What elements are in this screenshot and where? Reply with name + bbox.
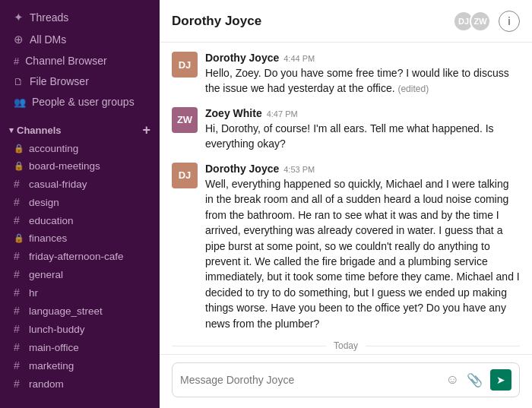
channel-item-accounting[interactable]: 🔒accounting bbox=[5, 140, 155, 157]
message-row: DJ Dorothy Joyce 4:53 PM Well, everythin… bbox=[172, 163, 520, 331]
channel-item-friday-afternoon-cafe[interactable]: #friday-afternoon-cafe bbox=[5, 247, 155, 265]
channel-label: design bbox=[29, 197, 59, 208]
input-toolbar: ☺ 📎 ➤ bbox=[446, 369, 511, 391]
channel-item-marketing[interactable]: #marketing bbox=[5, 356, 155, 375]
attachment-button[interactable]: 📎 bbox=[467, 372, 483, 388]
channel-item-hr[interactable]: #hr bbox=[5, 283, 155, 302]
message-row: DJ Dorothy Joyce 4:44 PM Hello, Zoey. Do… bbox=[172, 52, 520, 96]
channel-icon: # bbox=[14, 378, 24, 390]
sidebar-item-threads-label: Threads bbox=[30, 11, 68, 24]
channel-item-language_street[interactable]: #language_street bbox=[5, 302, 155, 320]
channel-icon: # bbox=[14, 196, 24, 208]
channel-icon: # bbox=[14, 250, 24, 262]
channel-label: marketing bbox=[29, 360, 74, 372]
message-meta: Dorothy Joyce 4:44 PM bbox=[205, 52, 520, 64]
today-divider: Today bbox=[172, 340, 520, 351]
message-avatar: DJ bbox=[172, 52, 198, 77]
all-dms-icon: ⊕ bbox=[14, 33, 24, 46]
channel-icon: # bbox=[14, 305, 24, 317]
input-area: ☺ 📎 ➤ bbox=[160, 354, 532, 408]
channel-icon: 🔒 bbox=[14, 144, 24, 153]
message-author: Dorothy Joyce bbox=[205, 52, 279, 64]
channel-icon: # bbox=[14, 214, 24, 226]
channel-item-main-office[interactable]: #main-office bbox=[5, 338, 155, 356]
today-label: Today bbox=[334, 340, 358, 351]
sidebar-item-file-browser[interactable]: 🗋 File Browser bbox=[5, 71, 155, 91]
message-input-box: ☺ 📎 ➤ bbox=[172, 362, 520, 397]
sidebar-item-all-dms-label: All DMs bbox=[30, 33, 66, 46]
channel-label: friday-afternoon-cafe bbox=[29, 251, 124, 262]
message-time: 4:47 PM bbox=[267, 109, 298, 119]
add-channel-button[interactable]: + bbox=[142, 123, 150, 137]
channel-item-general[interactable]: #general bbox=[5, 265, 155, 283]
sidebar-item-channel-browser-label: Channel Browser bbox=[25, 55, 106, 67]
main-panel: Dorothy Joyce DJ ZW i DJ Dorothy Joyce 4… bbox=[160, 0, 532, 408]
message-avatar: ZW bbox=[172, 107, 198, 133]
channel-label: education bbox=[29, 215, 74, 226]
send-button[interactable]: ➤ bbox=[490, 369, 511, 391]
channel-label: board-meetings bbox=[29, 160, 100, 172]
sidebar-item-people-user-groups[interactable]: 👥 People & user groups bbox=[5, 92, 155, 112]
channel-label: main-office bbox=[29, 342, 79, 353]
channel-item-lunch-buddy[interactable]: #lunch-buddy bbox=[5, 320, 155, 338]
sidebar-item-file-browser-label: File Browser bbox=[30, 75, 89, 87]
channel-icon: # bbox=[14, 341, 24, 353]
file-browser-icon: 🗋 bbox=[14, 76, 24, 87]
channel-item-random[interactable]: #random bbox=[5, 375, 155, 393]
messages-area: DJ Dorothy Joyce 4:44 PM Hello, Zoey. Do… bbox=[160, 43, 532, 337]
channel-label: general bbox=[29, 269, 63, 280]
channel-label: finances bbox=[29, 232, 67, 244]
info-button[interactable]: i bbox=[499, 11, 520, 32]
channel-label: random bbox=[29, 378, 64, 390]
channel-label: hr bbox=[29, 287, 38, 299]
channel-item-board-meetings[interactable]: 🔒board-meetings bbox=[5, 157, 155, 175]
message-author: Zoey White bbox=[205, 107, 262, 119]
message-text: Hi, Dorothy, of course! I'm all ears. Te… bbox=[205, 121, 520, 152]
chat-header: Dorothy Joyce DJ ZW i bbox=[160, 0, 532, 43]
message-content: Dorothy Joyce 4:53 PM Well, everything h… bbox=[205, 163, 520, 331]
chat-title: Dorothy Joyce bbox=[172, 14, 261, 29]
people-icon: 👥 bbox=[14, 96, 26, 108]
threads-icon: ✦ bbox=[14, 11, 24, 24]
message-meta: Zoey White 4:47 PM bbox=[205, 107, 520, 119]
emoji-button[interactable]: ☺ bbox=[446, 372, 459, 387]
channel-label: casual-friday bbox=[29, 179, 87, 190]
message-time: 4:44 PM bbox=[283, 54, 315, 63]
sidebar-item-threads[interactable]: ✦ Threads bbox=[5, 7, 155, 28]
avatar-stack: DJ ZW bbox=[453, 11, 491, 32]
channel-label: lunch-buddy bbox=[29, 324, 85, 335]
channel-browser-icon: # bbox=[14, 55, 19, 67]
message-input[interactable] bbox=[180, 374, 440, 386]
message-meta: Dorothy Joyce 4:53 PM bbox=[205, 163, 520, 175]
chevron-icon: ▾ bbox=[9, 125, 14, 135]
message-text: Hello, Zoey. Do you have some free time?… bbox=[205, 65, 520, 96]
channel-label: language_street bbox=[29, 305, 103, 317]
message-avatar: DJ bbox=[172, 163, 198, 188]
channels-label: Channels bbox=[17, 125, 62, 136]
channels-section-header: ▾ Channels + bbox=[0, 112, 160, 140]
channel-item-finances[interactable]: 🔒finances bbox=[5, 229, 155, 247]
channel-icon: # bbox=[14, 268, 24, 280]
channel-icon: # bbox=[14, 286, 24, 299]
sidebar-item-people-user-groups-label: People & user groups bbox=[32, 96, 135, 108]
message-author: Dorothy Joyce bbox=[205, 163, 279, 175]
channels-collapse-btn[interactable]: ▾ Channels bbox=[9, 125, 62, 136]
message-row: ZW Zoey White 4:47 PM Hi, Dorothy, of co… bbox=[172, 107, 520, 152]
edited-indicator: (edited) bbox=[397, 84, 429, 94]
message-text: Well, everything happened so quickly, Mi… bbox=[205, 176, 520, 331]
channel-icon: 🔒 bbox=[14, 233, 24, 243]
sidebar-item-all-dms[interactable]: ⊕ All DMs bbox=[5, 29, 155, 50]
message-content: Dorothy Joyce 4:44 PM Hello, Zoey. Do yo… bbox=[205, 52, 520, 96]
channel-item-education[interactable]: #education bbox=[5, 211, 155, 229]
sidebar-item-channel-browser[interactable]: # Channel Browser bbox=[5, 51, 155, 71]
channel-label: accounting bbox=[29, 143, 78, 154]
message-content: Zoey White 4:47 PM Hi, Dorothy, of cours… bbox=[205, 107, 520, 152]
sidebar: ✦ Threads ⊕ All DMs # Channel Browser 🗋 … bbox=[0, 0, 160, 408]
chat-header-right: DJ ZW i bbox=[453, 11, 520, 32]
channel-icon: 🔒 bbox=[14, 161, 24, 171]
channel-list: 🔒accounting🔒board-meetings#casual-friday… bbox=[0, 140, 160, 393]
channel-item-design[interactable]: #design bbox=[5, 193, 155, 211]
channel-item-casual-friday[interactable]: #casual-friday bbox=[5, 175, 155, 193]
channel-icon: # bbox=[14, 359, 24, 372]
channel-icon: # bbox=[14, 178, 24, 190]
